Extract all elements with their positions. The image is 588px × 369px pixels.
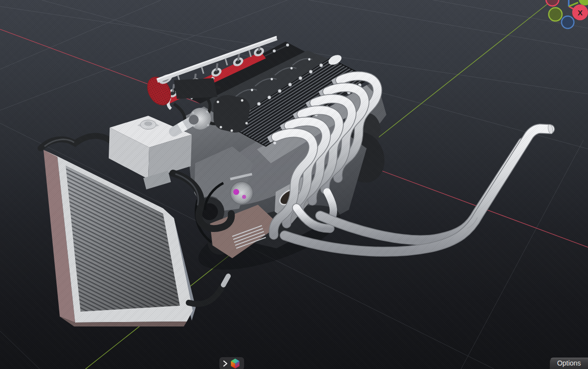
gizmo-x-neg-ball[interactable]	[546, 0, 559, 6]
shading-widget[interactable]	[219, 357, 244, 369]
material-preview-cube-icon[interactable]	[230, 358, 241, 369]
viewport-canvas[interactable]: X	[0, 0, 588, 369]
chevron-right-icon[interactable]	[223, 360, 228, 367]
alternator-winding	[233, 189, 239, 195]
gizmo-z-neg-ball[interactable]	[562, 16, 574, 29]
gizmo-x-label: X	[578, 8, 583, 17]
gizmo-y-neg-ball[interactable]	[549, 8, 562, 21]
options-button[interactable]: Options	[549, 358, 588, 369]
nav-gizmo[interactable]: X	[546, 0, 588, 29]
options-button-label: Options	[557, 359, 581, 367]
viewport[interactable]: X Options	[0, 0, 588, 369]
